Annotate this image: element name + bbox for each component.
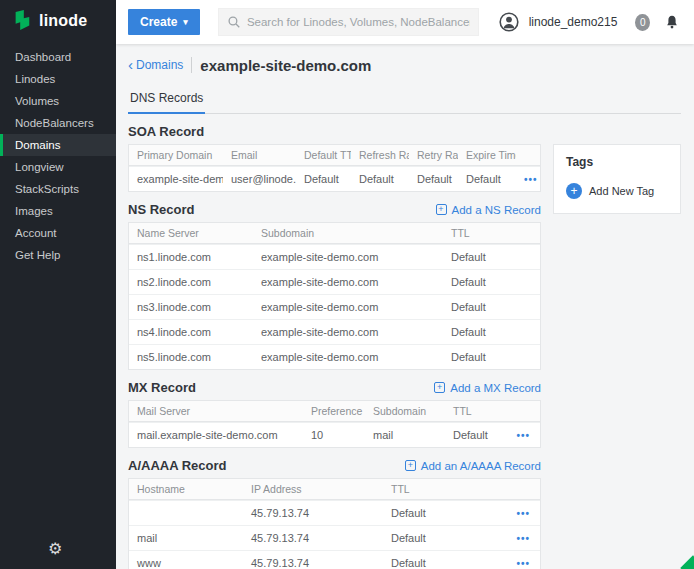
mx-table-header: Mail Server Preference Subdomain TTL [129, 401, 540, 422]
add-ns-record-button[interactable]: + Add a NS Record [436, 204, 542, 216]
column-header: Retry Rate [409, 145, 458, 165]
bell-icon[interactable] [664, 14, 680, 30]
search-bar[interactable] [218, 8, 479, 36]
mx-section-head: MX Record + Add a MX Record [128, 380, 541, 395]
row-actions-menu-icon[interactable]: ••• [516, 558, 530, 569]
column-header: IP Address [243, 479, 383, 499]
add-mx-record-label: Add a MX Record [450, 382, 541, 394]
a-hostname: mail [129, 526, 243, 550]
search-input[interactable] [247, 16, 470, 28]
tab-bar: DNS Records [128, 86, 681, 114]
mx-subdomain: mail [365, 423, 445, 447]
sidebar-item-nodebalancers[interactable]: NodeBalancers [0, 112, 116, 134]
add-a-record-label: Add an A/AAAA Record [421, 460, 541, 472]
sidebar: linode Dashboard Linodes Volumes NodeBal… [0, 0, 116, 569]
table-row: example-site-demo.com user@linode.com De… [129, 166, 540, 191]
a-hostname [129, 507, 243, 519]
app-root: linode Dashboard Linodes Volumes NodeBal… [0, 0, 694, 569]
ns-ttl: Default [443, 345, 540, 369]
ns-section-title: NS Record [128, 202, 194, 217]
ns-ttl: Default [443, 320, 540, 344]
column-header: Name Server [129, 223, 253, 243]
tab-dns-records[interactable]: DNS Records [128, 86, 205, 114]
row-actions-menu-icon[interactable]: ••• [524, 174, 538, 185]
sidebar-item-volumes[interactable]: Volumes [0, 90, 116, 112]
sidebar-item-account[interactable]: Account [0, 222, 116, 244]
sidebar-item-longview[interactable]: Longview [0, 156, 116, 178]
a-section-head: A/AAAA Record + Add an A/AAAA Record [128, 458, 541, 473]
user-icon [499, 12, 519, 32]
chevron-left-icon: ‹ [128, 57, 133, 72]
column-header-actions [516, 151, 540, 159]
ns-subdomain: example-site-demo.com [253, 320, 443, 344]
ns-ttl: Default [443, 295, 540, 319]
table-row: www 45.79.13.74 Default ••• [129, 550, 540, 569]
soa-section-head: SOA Record [128, 124, 541, 139]
ns-name-server: ns2.linode.com [129, 270, 253, 294]
search-icon [227, 15, 241, 29]
ns-name-server: ns5.linode.com [129, 345, 253, 369]
mx-record-section: MX Record + Add a MX Record Mail Server … [128, 380, 541, 448]
row-actions-menu-icon[interactable]: ••• [516, 430, 530, 441]
topbar: Create ▾ linode_demo215 0 [116, 0, 694, 44]
mx-mail-server: mail.example-site-demo.com [129, 423, 303, 447]
column-header: Mail Server [129, 401, 303, 421]
a-record-section: A/AAAA Record + Add an A/AAAA Record Hos… [128, 458, 541, 569]
table-row: ns2.linode.com example-site-demo.com Def… [129, 269, 540, 294]
soa-refresh-rate: Default [351, 167, 409, 191]
soa-table: Primary Domain Email Default TTL Refresh… [128, 144, 541, 192]
column-header: Primary Domain [129, 145, 223, 165]
linode-logo-icon [12, 10, 32, 32]
linode-logo[interactable]: linode [0, 0, 116, 42]
a-ttl: Default [383, 526, 506, 550]
add-mx-record-button[interactable]: + Add a MX Record [434, 382, 541, 394]
ns-subdomain: example-site-demo.com [253, 295, 443, 319]
table-row: ns4.linode.com example-site-demo.com Def… [129, 319, 540, 344]
breadcrumb-back-link[interactable]: ‹ Domains [128, 58, 183, 72]
sidebar-item-domains[interactable]: Domains [0, 134, 116, 156]
row-actions-menu-icon[interactable]: ••• [516, 508, 530, 519]
column-header: Expire Time [458, 145, 516, 165]
a-ip-address: 45.79.13.74 [243, 551, 383, 569]
sidebar-item-dashboard[interactable]: Dashboard [0, 46, 116, 68]
sidebar-nav: Dashboard Linodes Volumes NodeBalancers … [0, 46, 116, 266]
table-row: 45.79.13.74 Default ••• [129, 500, 540, 525]
row-actions-menu-icon[interactable]: ••• [516, 533, 530, 544]
add-new-tag-button[interactable]: + Add New Tag [566, 183, 668, 199]
mx-ttl: Default [445, 423, 506, 447]
breadcrumb: ‹ Domains example-site-demo.com [128, 54, 681, 76]
soa-record-section: SOA Record Primary Domain Email Default … [128, 124, 541, 192]
a-ttl: Default [383, 501, 506, 525]
mx-section-title: MX Record [128, 380, 196, 395]
plus-circle-icon: + [566, 183, 582, 199]
tags-panel: Tags + Add New Tag [553, 144, 681, 214]
add-a-record-button[interactable]: + Add an A/AAAA Record [405, 460, 541, 472]
username[interactable]: linode_demo215 [529, 15, 618, 29]
column-header-actions [506, 407, 540, 415]
sidebar-item-linodes[interactable]: Linodes [0, 68, 116, 90]
breadcrumb-divider [191, 57, 192, 73]
soa-section-title: SOA Record [128, 124, 204, 139]
settings-gear-icon[interactable]: ⚙ [48, 541, 62, 557]
content-columns: SOA Record Primary Domain Email Default … [128, 124, 681, 569]
table-row: ns5.linode.com example-site-demo.com Def… [129, 344, 540, 369]
tags-panel-title: Tags [566, 155, 668, 169]
avatar[interactable] [499, 12, 519, 32]
page-content: ‹ Domains example-site-demo.com DNS Reco… [116, 44, 694, 569]
plus-icon: + [434, 382, 445, 393]
soa-expire-time: Default [458, 167, 516, 191]
side-column: Tags + Add New Tag [553, 144, 681, 214]
a-table: Hostname IP Address TTL 45.79.13.74 Defa… [128, 478, 541, 569]
table-row: mail 45.79.13.74 Default ••• [129, 525, 540, 550]
sidebar-item-stackscripts[interactable]: StackScripts [0, 178, 116, 200]
ns-name-server: ns4.linode.com [129, 320, 253, 344]
ns-subdomain: example-site-demo.com [253, 270, 443, 294]
create-button[interactable]: Create ▾ [128, 9, 200, 35]
ns-subdomain: example-site-demo.com [253, 345, 443, 369]
soa-retry-rate: Default [409, 167, 458, 191]
add-ns-record-label: Add a NS Record [452, 204, 542, 216]
sidebar-item-images[interactable]: Images [0, 200, 116, 222]
ns-table-header: Name Server Subdomain TTL [129, 223, 540, 244]
sidebar-item-get-help[interactable]: Get Help [0, 244, 116, 266]
notification-badge[interactable]: 0 [635, 14, 650, 31]
